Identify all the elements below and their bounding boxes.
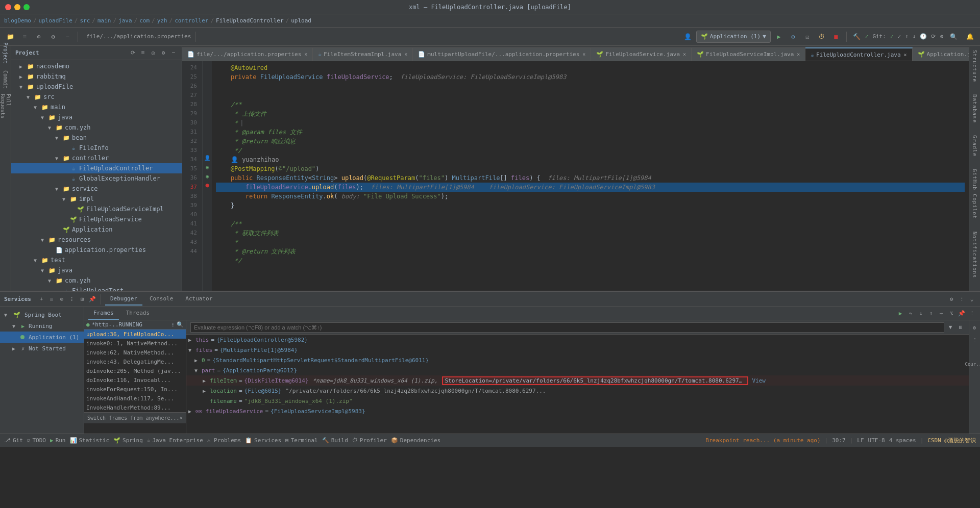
tab-fileuploadservice[interactable]: 🌱 FileUploadService.java × <box>591 47 692 61</box>
settings-service-button[interactable]: ⚙ <box>947 295 955 303</box>
tab-application-properties[interactable]: 📄 file/.../application.properties × <box>182 47 313 61</box>
expand-button[interactable]: ⊕ <box>33 31 45 43</box>
breadcrumb-uploadfile[interactable]: uploadFile <box>39 17 72 24</box>
status-build[interactable]: 🔨 Build <box>322 437 348 444</box>
var-fileuploadservice[interactable]: ▶ ∞∞ fileUploadService = {FileUploadServ… <box>186 406 969 416</box>
status-java-enterprise[interactable]: ☕ Java Enterprise <box>147 437 203 444</box>
breadcrumb-fileuploadcontroller[interactable]: FileUploadController <box>216 17 283 24</box>
tree-item-application[interactable]: ▶ 🌱 Application <box>11 224 182 235</box>
var-filename[interactable]: ▶ filename = "jdk8_8u331_windows_x64 (1)… <box>186 396 969 406</box>
close-sidebar-button[interactable]: − <box>169 49 178 57</box>
tree-item-globalexception[interactable]: ▶ ☕ GlobalExceptionHandler <box>11 173 182 184</box>
settings-button[interactable]: ⚙ <box>47 31 59 43</box>
tree-item-testjava[interactable]: ▼ 📁 java <box>11 265 182 275</box>
tab-close[interactable]: × <box>404 52 407 57</box>
app-selector[interactable]: 🌱 Application (1) ▼ <box>696 31 771 43</box>
gutter-37-breakpoint[interactable]: ● <box>203 181 212 190</box>
tree-item-bean[interactable]: ▼ 📁 bean <box>11 133 182 143</box>
tree-item-testcomyzh[interactable]: ▼ 📁 com.yzh <box>11 275 182 286</box>
frame-search-icon[interactable]: 🔍 <box>177 321 184 328</box>
status-statistic[interactable]: 📊 Statistic <box>70 437 110 444</box>
window-controls[interactable] <box>5 4 30 10</box>
breadcrumb-com[interactable]: com <box>139 17 150 24</box>
var-part[interactable]: ▼ part = {ApplicationPart@6012} <box>186 365 969 375</box>
step-over-button[interactable]: ↷ <box>906 310 915 318</box>
status-run[interactable]: ▶ Run <box>50 437 66 444</box>
console-tab[interactable]: Console <box>144 293 178 306</box>
service-not-started[interactable]: ▶ ✗ Not Started <box>0 343 84 354</box>
eval-expand-button[interactable]: ⊞ <box>957 323 965 332</box>
structure-panel-label[interactable]: Structure <box>972 48 977 84</box>
tab-multipart-properties[interactable]: 📄 multipartUploadFile/...application.pro… <box>413 47 591 61</box>
gradle-panel-label[interactable]: Gradle <box>972 133 977 159</box>
pull-requests-icon[interactable]: Pull Requests <box>1 101 11 111</box>
expand-service-button[interactable]: ⊕ <box>58 295 66 303</box>
breadcrumb-controller[interactable]: controller <box>175 17 208 24</box>
tree-item-fileinfo[interactable]: ▶ ☕ FileInfo <box>11 143 182 153</box>
var-fileitem[interactable]: ▶ fileItem = {DiskFileItem@6014} *name=j… <box>186 375 969 386</box>
commit-icon[interactable]: Commit <box>1 74 11 85</box>
tab-fileitemstreamimpl[interactable]: ☕ FileItemStreamImpl.java × <box>313 47 413 61</box>
search-everywhere-button[interactable]: 🔍 <box>947 31 960 43</box>
tree-item-resources[interactable]: ▼ 📁 resources <box>11 235 182 245</box>
status-problems[interactable]: ⚠ Problems <box>207 437 241 444</box>
status-profiler[interactable]: ⏱ Profiler <box>352 437 387 444</box>
gear-button[interactable]: ⚙ <box>159 49 167 57</box>
profile-button[interactable]: 👤 <box>682 31 694 43</box>
step-out-button[interactable]: ↑ <box>927 310 935 318</box>
sync-button[interactable]: ⟳ <box>129 49 137 57</box>
line-ending-indicator[interactable]: LF <box>857 437 864 444</box>
frame-item-1[interactable]: invoke0:-1, NativeMethod... <box>84 339 186 348</box>
tree-item-main[interactable]: ▼ 📁 main <box>11 102 182 112</box>
tree-item-java[interactable]: ▼ 📁 java <box>11 112 182 122</box>
frame-item-3[interactable]: invoke:43, DelegatingMe... <box>84 357 186 366</box>
run-button[interactable]: ▶ <box>773 31 785 43</box>
breadcrumb-java[interactable]: java <box>118 17 132 24</box>
service-running[interactable]: ▼ ▶ Running <box>0 320 84 332</box>
tree-item-fileuploadserviceimpl[interactable]: ▶ 🌱 FileUploadServiceImpl <box>11 204 182 214</box>
tree-item-appproperties[interactable]: ▶ 📄 application.properties <box>11 245 182 255</box>
profile-run-button[interactable]: ⏱ <box>816 31 828 43</box>
debug-settings-icon[interactable]: ⚙ <box>970 322 980 333</box>
threads-tab[interactable]: Threads <box>121 308 155 320</box>
tree-item-src[interactable]: ▼ 📁 src <box>11 92 182 102</box>
indent-indicator[interactable]: 4 spaces <box>889 437 916 444</box>
database-panel-label[interactable]: Database <box>972 92 977 125</box>
pin-service-button[interactable]: 📌 <box>88 295 96 303</box>
tree-item-fileuploadservice[interactable]: ▶ 🌱 FileUploadService <box>11 214 182 224</box>
frame-item-2[interactable]: invoke:62, NativeMethod... <box>84 348 186 357</box>
notifications-button[interactable]: 🔔 <box>964 31 976 43</box>
frame-item-4[interactable]: doInvoke:205, Method (jav... <box>84 366 186 375</box>
status-spring[interactable]: 🌱 Spring <box>113 437 143 444</box>
status-git[interactable]: ⎇ Git <box>4 437 23 444</box>
tree-item-test[interactable]: ▼ 📁 test <box>11 255 182 265</box>
more-debug-options[interactable]: ⋮ <box>968 310 976 318</box>
resume-button[interactable]: ▶ <box>896 310 904 318</box>
tree-item-uploadfile[interactable]: ▼ 📁 uploadFile <box>11 82 182 92</box>
frame-item-7[interactable]: invokeAndHandle:117, Se... <box>84 394 186 403</box>
pin-watches-button[interactable]: 📌 <box>958 310 966 318</box>
collapse-service-button[interactable]: ≡ <box>47 295 56 303</box>
tab-close[interactable]: × <box>582 52 585 57</box>
options-service-button[interactable]: ⋮ <box>958 295 966 303</box>
debug-button[interactable]: ⚙ <box>787 31 799 43</box>
tree-item-fileuploadcontroller[interactable]: ▶ ☕ FileUploadController <box>11 163 182 173</box>
github-copilot-label[interactable]: GitHub Copilot <box>972 167 977 221</box>
run-to-cursor-button[interactable]: → <box>937 310 945 318</box>
frame-item-8[interactable]: InvokeHandlerMethod:89... <box>84 403 186 412</box>
tab-close[interactable]: × <box>683 52 686 57</box>
tree-item-controller[interactable]: ▼ 📁 controller <box>11 153 182 163</box>
project-icon[interactable]: Project <box>1 48 11 58</box>
evaluate-button[interactable]: ⌥ <box>947 310 955 318</box>
debugger-tab[interactable]: Debugger <box>105 293 142 306</box>
tree-item-nacosdemo[interactable]: ▶ 📁 nacosdemo <box>11 61 182 71</box>
close-button[interactable] <box>5 4 11 10</box>
var-location[interactable]: ▶ location = {File@6015} "/private/var/f… <box>186 386 969 396</box>
frame-item-5[interactable]: doInvoke:116, Invocabl... <box>84 375 186 385</box>
service-application-1[interactable]: Application (1) <box>0 332 84 343</box>
collapse-all-button[interactable]: ≡ <box>139 49 147 57</box>
build-button[interactable]: 🔨 <box>851 31 863 43</box>
debug-counter-icon[interactable]: Cour... <box>970 359 980 369</box>
add-service-button[interactable]: + <box>37 295 45 303</box>
coverage-button[interactable]: ☑ <box>801 31 814 43</box>
